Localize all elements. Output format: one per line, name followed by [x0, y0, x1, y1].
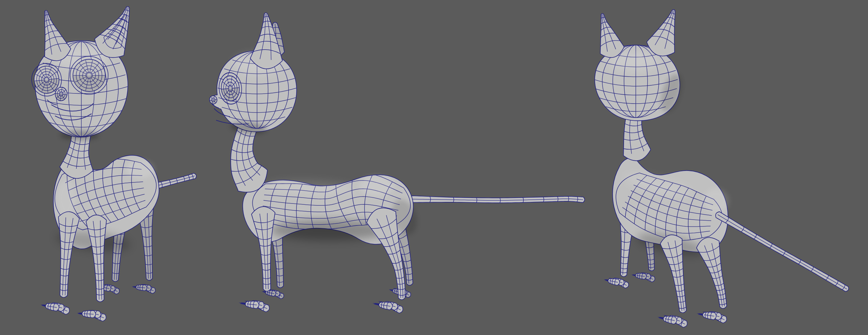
viewport-3d[interactable] — [0, 0, 868, 335]
model-canvas[interactable] — [0, 0, 868, 335]
cat-model-front-three-quarter[interactable] — [30, 6, 196, 321]
cat-model-rear-three-quarter[interactable] — [594, 10, 848, 327]
cat-model-side-profile[interactable] — [209, 13, 585, 313]
